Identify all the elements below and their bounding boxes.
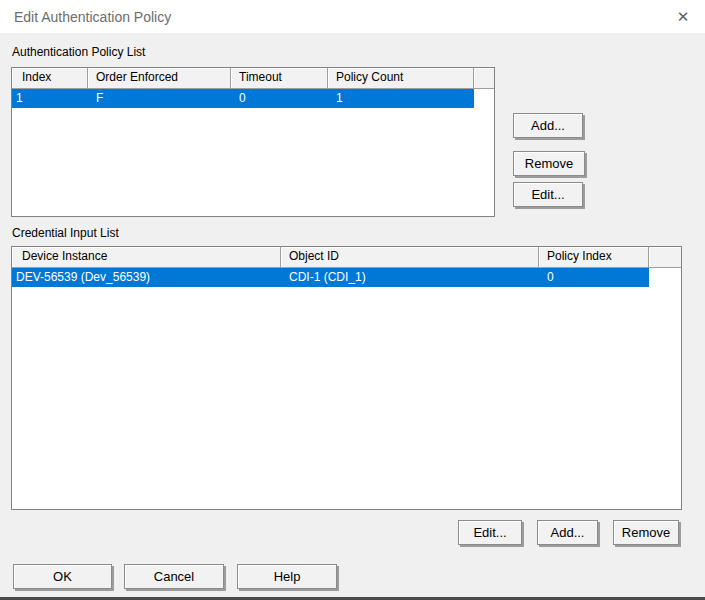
column-header-filler [649, 247, 681, 268]
policy-add-button[interactable]: Add... [513, 113, 583, 138]
help-button[interactable]: Help [237, 564, 337, 589]
policy-remove-button[interactable]: Remove [513, 151, 585, 176]
credential-list-label: Credential Input List [12, 226, 119, 240]
policy-list-label: Authentication Policy List [12, 45, 145, 59]
column-header-order-enforced[interactable]: Order Enforced [88, 68, 231, 89]
cell-policy-index: 0 [539, 268, 649, 287]
cell-timeout: 0 [231, 89, 328, 108]
column-header-timeout[interactable]: Timeout [231, 68, 328, 89]
column-header-policy-count[interactable]: Policy Count [328, 68, 474, 89]
policy-list-header: Index Order Enforced Timeout Policy Coun… [12, 68, 494, 89]
cell-policy-count: 1 [328, 89, 474, 108]
ok-button[interactable]: OK [13, 564, 112, 589]
close-icon[interactable]: ✕ [672, 6, 694, 28]
cell-order-enforced: F [88, 89, 231, 108]
policy-table-row[interactable]: 1 F 0 1 [12, 89, 474, 108]
dialog-title: Edit Authentication Policy [14, 9, 171, 25]
credential-table-row[interactable]: DEV-56539 (Dev_56539) CDI-1 (CDI_1) 0 [12, 268, 649, 287]
cancel-button[interactable]: Cancel [124, 564, 224, 589]
policy-list-table[interactable]: Index Order Enforced Timeout Policy Coun… [11, 67, 495, 217]
column-header-device-instance[interactable]: Device Instance [12, 247, 281, 268]
cell-index: 1 [12, 89, 88, 108]
policy-edit-button[interactable]: Edit... [513, 182, 583, 207]
cell-device-instance: DEV-56539 (Dev_56539) [12, 268, 281, 287]
credential-list-header: Device Instance Object ID Policy Index [12, 247, 681, 268]
cell-object-id: CDI-1 (CDI_1) [281, 268, 539, 287]
title-bar: Edit Authentication Policy ✕ [0, 0, 705, 33]
column-header-policy-index[interactable]: Policy Index [539, 247, 649, 268]
column-header-index[interactable]: Index [12, 68, 88, 89]
credential-list-table[interactable]: Device Instance Object ID Policy Index D… [11, 246, 682, 510]
credential-edit-button[interactable]: Edit... [458, 520, 522, 545]
column-header-object-id[interactable]: Object ID [281, 247, 539, 268]
credential-add-button[interactable]: Add... [537, 520, 598, 545]
credential-remove-button[interactable]: Remove [613, 520, 679, 545]
column-header-filler [474, 68, 494, 89]
